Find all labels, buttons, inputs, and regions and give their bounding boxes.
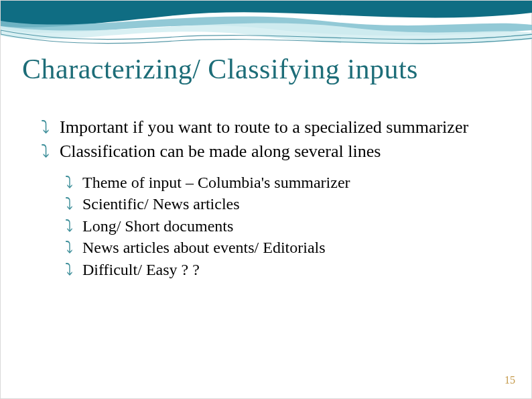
- bullet-icon: ⤵: [65, 259, 82, 280]
- bullet-icon: ⤵: [65, 237, 82, 258]
- bullet-icon: ⤵: [41, 116, 60, 138]
- bullet-icon: ⤵: [65, 172, 82, 193]
- sub-bullet: ⤵Difficult/ Easy ? ?: [65, 259, 505, 280]
- sub-bullet-text: Difficult/ Easy ? ?: [82, 261, 200, 278]
- sub-bullet-text: News articles about events/ Editorials: [82, 239, 326, 256]
- sub-bullet: ⤵Scientific/ News articles: [65, 193, 505, 215]
- main-bullet-text: Classification can be made along several…: [60, 141, 381, 161]
- sub-bullet: ⤵News articles about events/ Editorials: [65, 237, 505, 258]
- sub-bullet-list: ⤵Theme of input – Columbia's summarizer …: [41, 172, 505, 280]
- sub-bullet-text: Theme of input – Columbia's summarizer: [82, 174, 350, 191]
- bullet-icon: ⤵: [65, 215, 82, 237]
- main-bullet-text: Important if you want to route to a spec…: [60, 117, 468, 137]
- sub-bullet: ⤵Long/ Short documents: [65, 215, 505, 237]
- wave-decoration: [1, 1, 532, 54]
- sub-bullet-text: Long/ Short documents: [82, 217, 233, 235]
- main-bullet: ⤵Classification can be made along severa…: [41, 140, 505, 163]
- slide-container: Characterizing/ Classifying inputs ⤵Impo…: [0, 0, 532, 399]
- main-bullet: ⤵Important if you want to route to a spe…: [41, 116, 505, 139]
- sub-bullet: ⤵Theme of input – Columbia's summarizer: [65, 172, 505, 193]
- page-number: 15: [505, 374, 515, 386]
- slide-content: ⤵Important if you want to route to a spe…: [41, 116, 505, 280]
- bullet-icon: ⤵: [41, 140, 60, 162]
- slide-title: Characterizing/ Classifying inputs: [22, 53, 418, 85]
- sub-bullet-text: Scientific/ News articles: [82, 195, 240, 213]
- bullet-icon: ⤵: [65, 193, 82, 215]
